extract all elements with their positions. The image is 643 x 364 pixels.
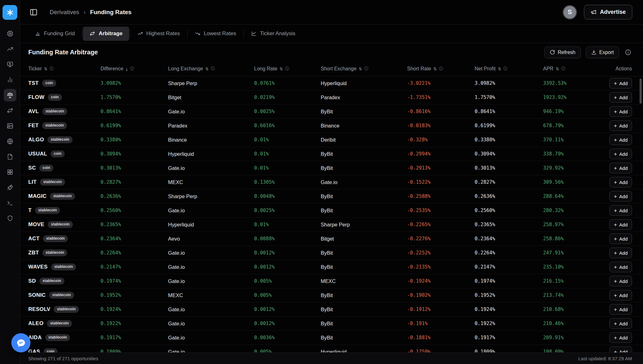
net-profit-value: 0.2827%	[475, 179, 543, 185]
table-row: ACT stablecoin 0.2364% Aevo 0.0088% Bitg…	[20, 232, 643, 246]
tab-arbitrage[interactable]: Arbitrage	[83, 27, 129, 41]
column-header-net-profit[interactable]: Net Profit ⇅ ⓘ	[475, 66, 543, 72]
tab-funding-grid[interactable]: Funding Grid	[28, 27, 81, 41]
vertical-scrollbar[interactable]	[640, 79, 642, 104]
difference-value: 0.1922%	[101, 321, 168, 326]
net-profit-value: 0.3094%	[475, 151, 543, 157]
refresh-button[interactable]: Refresh	[544, 46, 581, 58]
info-icon[interactable]: ⓘ	[364, 66, 368, 72]
add-button[interactable]: + Add	[609, 247, 632, 258]
add-button[interactable]: + Add	[609, 78, 632, 89]
long-rate-value: 0.01%	[254, 222, 321, 227]
add-button[interactable]: + Add	[609, 304, 632, 315]
add-button[interactable]: + Add	[609, 205, 632, 216]
net-profit-value: 0.1952%	[475, 292, 543, 298]
avatar[interactable]: S	[563, 5, 577, 19]
info-icon[interactable]: ⓘ	[50, 66, 54, 72]
column-label: Actions	[616, 66, 632, 72]
file-icon[interactable]	[4, 150, 16, 163]
add-button[interactable]: + Add	[609, 346, 632, 352]
megaphone-icon	[591, 9, 597, 15]
add-button[interactable]: + Add	[609, 290, 632, 301]
add-button[interactable]: + Add	[609, 120, 632, 131]
tab-label: Lowest Rates	[204, 30, 236, 37]
ticker-type-badge: stablecoin	[49, 292, 74, 299]
plus-icon: +	[614, 194, 617, 199]
image-icon[interactable]	[4, 120, 16, 132]
apr-value: 258.97%	[543, 222, 608, 227]
monitor-play-icon[interactable]	[4, 58, 16, 71]
ticker-cell: AIDA stablecoin	[28, 334, 101, 341]
column-header-long-exchange[interactable]: Long Exchange ⇅ ⓘ	[168, 66, 254, 72]
long-exchange: Sharpe Perp	[168, 193, 254, 199]
info-icon[interactable]: ⓘ	[439, 66, 443, 72]
terminal-icon[interactable]	[4, 197, 16, 209]
add-button[interactable]: + Add	[609, 106, 632, 117]
add-button[interactable]: + Add	[609, 262, 632, 272]
column-header-ticker[interactable]: Ticker ⇅ ⓘ	[28, 66, 101, 72]
actions-cell: + Add	[608, 290, 632, 301]
add-button[interactable]: + Add	[609, 177, 632, 187]
short-rate-value: -0.2913%	[407, 165, 475, 171]
long-exchange: Hyperliquid	[168, 151, 254, 157]
column-header-long-rate[interactable]: Long Rate ⇅ ⓘ	[254, 66, 321, 72]
long-exchange: Paradex	[168, 123, 254, 129]
status-bar: Showing 271 of 271 opportunities Last up…	[20, 352, 643, 364]
add-button[interactable]: + Add	[609, 92, 632, 103]
swap-icon[interactable]	[4, 104, 16, 117]
column-header-short-exchange[interactable]: Short Exchange ⇅ ⓘ	[321, 66, 407, 72]
tab-ticker-analysis[interactable]: Ticker Analysis	[244, 27, 302, 41]
long-rate-value: 0.0088%	[254, 236, 321, 242]
cpu-icon[interactable]	[4, 27, 16, 40]
difference-value: 1.7570%	[101, 95, 168, 100]
tab-lowest-rates[interactable]: Lowest Rates	[188, 27, 243, 41]
column-header-short-rate[interactable]: Short Rate ⇅ ⓘ	[407, 66, 475, 72]
rocket-icon[interactable]	[4, 181, 16, 194]
add-button[interactable]: + Add	[609, 276, 632, 286]
add-button[interactable]: + Add	[609, 219, 632, 230]
short-exchange: MEXC	[321, 278, 407, 284]
globe-icon[interactable]	[4, 135, 16, 148]
add-button[interactable]: + Add	[609, 191, 632, 202]
breadcrumb-parent[interactable]: Derivatives	[50, 9, 79, 16]
info-icon[interactable]: ⓘ	[285, 66, 289, 72]
add-button[interactable]: + Add	[609, 149, 632, 159]
add-label: Add	[619, 123, 628, 128]
column-header-difference[interactable]: Difference ↓ ⓘ	[101, 66, 168, 72]
difference-value: 0.2365%	[101, 222, 168, 227]
shield-icon[interactable]	[4, 212, 16, 225]
long-rate-value: 0.01%	[254, 137, 321, 143]
table-row: ZBT stablecoin 0.2264% Gate.io 0.0012% B…	[20, 246, 643, 260]
column-header-apr[interactable]: APR ⇅ ⓘ	[543, 66, 608, 72]
scales-icon[interactable]	[4, 89, 16, 101]
chat-widget-button[interactable]	[11, 333, 30, 352]
info-icon[interactable]: ⓘ	[130, 66, 134, 72]
add-button[interactable]: + Add	[609, 163, 632, 173]
app-logo[interactable]	[3, 5, 17, 20]
advertise-button[interactable]: Advertise	[584, 5, 632, 19]
export-button[interactable]: Export	[586, 46, 619, 58]
apr-value: 288.64%	[543, 193, 608, 199]
info-icon[interactable]	[624, 48, 632, 56]
info-icon[interactable]: ⓘ	[504, 66, 508, 72]
bar-chart-icon[interactable]	[4, 73, 16, 86]
add-button[interactable]: + Add	[609, 332, 632, 343]
add-button[interactable]: + Add	[609, 318, 632, 329]
sort-desc-icon: ↓	[126, 66, 128, 72]
add-button[interactable]: + Add	[609, 134, 632, 145]
actions-cell: + Add	[608, 191, 632, 202]
tab-highest-rates[interactable]: Highest Rates	[131, 27, 187, 41]
plus-icon: +	[614, 349, 617, 353]
info-icon[interactable]: ⓘ	[561, 66, 565, 72]
short-exchange: ByBit	[321, 307, 407, 312]
grid-icon[interactable]	[4, 166, 16, 178]
net-profit-value: 3.0982%	[475, 80, 543, 86]
add-button[interactable]: + Add	[609, 233, 632, 244]
breadcrumb: Derivatives › Funding Rates	[50, 8, 132, 16]
sidebar-toggle-icon[interactable]	[28, 7, 39, 18]
apr-value: 213.74%	[543, 292, 608, 298]
short-exchange: ByBit	[321, 208, 407, 214]
info-icon[interactable]: ⓘ	[211, 66, 215, 72]
long-exchange: Aevo	[168, 236, 254, 242]
trending-up-icon[interactable]	[4, 43, 16, 55]
